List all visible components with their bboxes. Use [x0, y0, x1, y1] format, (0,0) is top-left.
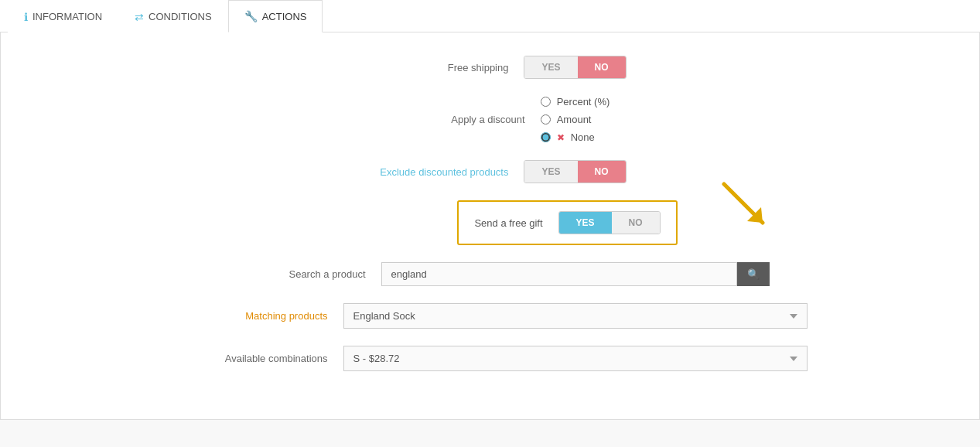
send-gift-toggle: YES NO [558, 211, 661, 234]
discount-percent-radio[interactable] [541, 97, 551, 107]
tab-information-label: INFORMATION [32, 11, 102, 22]
free-shipping-row: Free shipping YES NO [16, 56, 964, 79]
info-icon: ℹ [24, 11, 28, 23]
tabs-container: ℹ INFORMATION ⇄ CONDITIONS 🔧 ACTIONS Fre… [0, 0, 980, 420]
discount-percent-label: Percent (%) [557, 96, 610, 107]
tab-actions-label: ACTIONS [262, 11, 307, 22]
send-gift-row: Send a free gift YES NO [16, 200, 964, 245]
tab-conditions-label: CONDITIONS [149, 11, 212, 22]
tab-content: Free shipping YES NO Apply a discount Pe… [0, 32, 980, 420]
discount-none-option[interactable]: ✖ None [541, 131, 610, 143]
send-gift-box: Send a free gift YES NO [457, 200, 677, 245]
free-shipping-no-btn[interactable]: NO [578, 56, 626, 78]
free-shipping-yes-btn[interactable]: YES [524, 56, 577, 78]
tab-information[interactable]: ℹ INFORMATION [8, 0, 118, 32]
search-product-input-group: 🔍 [381, 262, 770, 286]
exclude-discounted-no-btn[interactable]: NO [578, 161, 626, 183]
available-combinations-select[interactable]: S - $28.72 [343, 346, 808, 371]
search-product-button[interactable]: 🔍 [737, 262, 770, 286]
arrow-indicator [716, 176, 778, 238]
exclude-discounted-toggle: YES NO [524, 160, 626, 183]
free-shipping-label: Free shipping [353, 62, 524, 73]
send-gift-no-btn[interactable]: NO [612, 212, 660, 234]
exclude-discounted-yes-btn[interactable]: YES [524, 161, 577, 183]
available-combinations-row: Available combinations S - $28.72 [16, 346, 964, 371]
search-product-row: Search a product 🔍 [16, 262, 964, 286]
conditions-icon: ⇄ [135, 11, 144, 23]
discount-none-label: None [571, 131, 595, 143]
discount-amount-radio[interactable] [541, 114, 551, 125]
tab-actions[interactable]: 🔧 ACTIONS [228, 0, 323, 32]
send-gift-yes-btn[interactable]: YES [559, 212, 612, 234]
send-gift-label: Send a free gift [474, 217, 542, 229]
matching-products-label: Matching products [173, 310, 343, 322]
none-x-icon: ✖ [557, 132, 565, 143]
discount-amount-option[interactable]: Amount [541, 114, 610, 125]
tab-bar: ℹ INFORMATION ⇄ CONDITIONS 🔧 ACTIONS [0, 0, 980, 32]
exclude-discounted-row: Exclude discounted products YES NO [16, 160, 964, 183]
matching-products-select[interactable]: England Sock [343, 303, 808, 329]
search-product-label: Search a product [211, 268, 381, 280]
tab-conditions[interactable]: ⇄ CONDITIONS [118, 0, 228, 32]
discount-radio-group: Percent (%) Amount ✖ None [541, 96, 610, 143]
free-shipping-toggle: YES NO [524, 56, 626, 79]
discount-none-radio[interactable] [541, 132, 551, 142]
discount-percent-option[interactable]: Percent (%) [541, 96, 610, 107]
available-combinations-label: Available combinations [173, 353, 343, 364]
apply-discount-row: Apply a discount Percent (%) Amount ✖ No… [16, 96, 964, 143]
search-product-input[interactable] [381, 262, 737, 286]
discount-amount-label: Amount [557, 114, 592, 125]
exclude-discounted-label: Exclude discounted products [353, 166, 524, 178]
matching-products-row: Matching products England Sock [16, 303, 964, 329]
actions-icon: 🔧 [244, 10, 258, 22]
apply-discount-label: Apply a discount [370, 114, 541, 125]
